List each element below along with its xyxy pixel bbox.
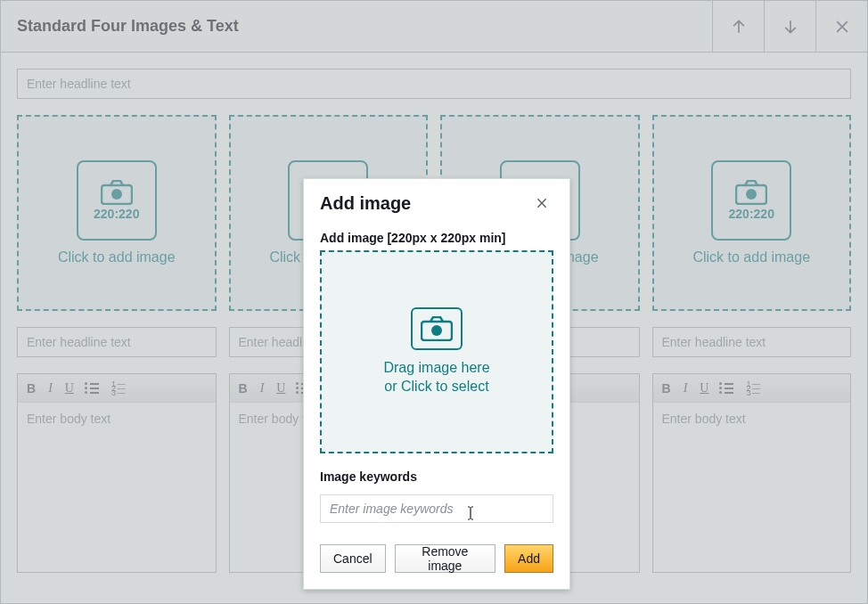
keywords-section: Image keywords (320, 469, 553, 523)
svg-point-9 (431, 325, 442, 336)
add-image-modal: Add image Add image [220px x 220px min] … (303, 178, 570, 590)
dropzone-line1: Drag image here (383, 359, 489, 378)
keywords-label: Image keywords (320, 469, 553, 484)
image-dropzone[interactable]: Drag image here or Click to select (320, 250, 553, 453)
camera-icon (421, 316, 453, 341)
add-button[interactable]: Add (504, 544, 553, 573)
keywords-input[interactable] (320, 494, 553, 523)
dropzone-camera-box (411, 307, 463, 350)
remove-image-button[interactable]: Remove image (395, 544, 495, 573)
modal-footer: Cancel Remove image Add (304, 523, 569, 589)
add-image-field-label: Add image [220px x 220px min] (320, 231, 553, 245)
modal-header: Add image (304, 179, 569, 222)
dropzone-text: Drag image here or Click to select (383, 359, 489, 396)
modal-body: Add image [220px x 220px min] Drag image… (304, 222, 569, 523)
close-icon (535, 196, 549, 210)
cancel-button[interactable]: Cancel (320, 544, 386, 573)
modal-close-button[interactable] (530, 192, 553, 215)
dropzone-line2: or Click to select (383, 378, 489, 396)
modal-title: Add image (320, 193, 530, 214)
